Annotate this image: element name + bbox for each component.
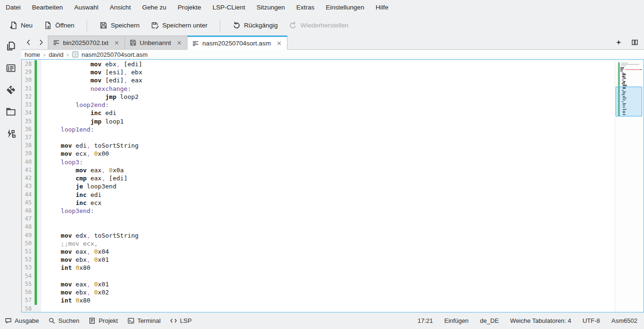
- sidebar-item-symbol-list[interactable]: [5, 62, 17, 74]
- code-line-36: 36 loop1end:: [22, 125, 614, 133]
- sidebar-item-git[interactable]: [5, 84, 17, 96]
- menu-item-gehe-zu[interactable]: Gehe zu: [136, 0, 172, 15]
- lsp-tree-icon: [6, 128, 16, 139]
- line-number: 40: [22, 158, 32, 166]
- editor[interactable]: 28 mov ebx, [edi]29 mov [esi], ebx30 mov…: [21, 59, 644, 312]
- breadcrumb-item-home[interactable]: home: [24, 51, 41, 58]
- line-number: 54: [22, 272, 32, 280]
- tab-scroll-right-button[interactable]: [35, 36, 47, 49]
- status-einf-gen[interactable]: Einfügen: [444, 317, 468, 324]
- line-number: 35: [22, 117, 32, 125]
- code-line-29: 29 mov [esi], ebx: [22, 68, 614, 76]
- folding-area: [37, 125, 41, 133]
- tab-bin20250702-txt[interactable]: bin20250702.txt: [48, 36, 125, 49]
- tab-unbenannt[interactable]: Unbenannt: [125, 36, 188, 49]
- line-number: 36: [22, 125, 32, 133]
- status-panel-lsp[interactable]: LSP: [170, 317, 192, 324]
- sidebar-item-lsp-symbols[interactable]: [5, 128, 17, 139]
- line-number: 47: [22, 215, 32, 223]
- menu-item-einstellungen[interactable]: Einstellungen: [320, 0, 370, 15]
- code-area[interactable]: 28 mov ebx, [edi]29 mov [esi], ebx30 mov…: [22, 60, 614, 312]
- kate-window: DateiBearbeitenAuswahlAnsichtGehe zuProj…: [0, 0, 644, 329]
- code-line-58: 58: [22, 305, 614, 312]
- code-line-51: 51 mov eax, 0x04: [22, 248, 614, 256]
- folding-area: [37, 60, 41, 68]
- menu-item-lsp-client[interactable]: LSP-CLient: [207, 0, 251, 15]
- tab-scroll-left-button[interactable]: [22, 36, 35, 49]
- folding-area: [37, 305, 41, 312]
- code-line-54: 54: [22, 272, 614, 280]
- folding-area: [37, 191, 41, 199]
- new-button[interactable]: Neu: [4, 18, 38, 32]
- document-open-icon: [44, 21, 52, 29]
- status-panels: AusgabeSuchenProjektTerminalLSP: [5, 317, 192, 324]
- code-line-44: 44 inc edi: [22, 191, 614, 199]
- split-icon: [631, 39, 638, 46]
- close-icon: [114, 40, 120, 46]
- folding-area: [37, 296, 41, 304]
- pin-tab-button[interactable]: [613, 37, 624, 48]
- status-panel-suchen[interactable]: Suchen: [48, 317, 79, 324]
- minimap-viewport[interactable]: [616, 87, 642, 116]
- menu-item-ansicht[interactable]: Ansicht: [104, 0, 136, 15]
- chevron-left-icon: [25, 39, 32, 46]
- folding-area: [37, 207, 41, 215]
- status-17-21[interactable]: 17:21: [418, 317, 433, 324]
- status-utf-8[interactable]: UTF-8: [582, 317, 600, 324]
- status-panel-terminal[interactable]: Terminal: [127, 317, 161, 324]
- folding-area: [37, 133, 41, 142]
- menu-item-sitzungen[interactable]: Sitzungen: [251, 0, 291, 15]
- menu-item-extras[interactable]: Extras: [291, 0, 320, 15]
- menu-item-hilfe[interactable]: Hilfe: [370, 0, 394, 15]
- folding-area: [37, 215, 41, 223]
- list-icon: [6, 63, 16, 73]
- save-as-button[interactable]: Speichern unter: [145, 18, 213, 32]
- sidebar-item-documents[interactable]: [5, 41, 17, 52]
- menu-item-auswahl[interactable]: Auswahl: [69, 0, 104, 15]
- tab-close-button[interactable]: [114, 40, 120, 46]
- sidebar-item-filesystem[interactable]: [5, 106, 17, 117]
- status-de-de[interactable]: de_DE: [480, 317, 499, 324]
- tab-close-button[interactable]: [176, 40, 182, 46]
- folding-area: [37, 256, 41, 264]
- line-number: 49: [22, 231, 32, 240]
- status-info: 17:21Einfügende_DEWeiche Tabulatoren: 4U…: [418, 317, 639, 324]
- undo-button[interactable]: Rückgängig: [227, 18, 283, 32]
- folding-area: [37, 248, 41, 256]
- file-unknown-icon: ?: [72, 51, 79, 58]
- line-number: 44: [22, 191, 32, 199]
- status-bar: AusgabeSuchenProjektTerminalLSP 17:21Ein…: [0, 312, 644, 329]
- open-button[interactable]: Öffnen: [38, 18, 80, 32]
- menu-item-bearbeiten[interactable]: Bearbeiten: [27, 0, 69, 15]
- split-view-button[interactable]: [629, 37, 640, 48]
- redo-button[interactable]: Wiederherstellen: [283, 18, 354, 32]
- menu-item-datei[interactable]: Datei: [0, 0, 27, 15]
- code-line-34: 34 inc edi: [22, 109, 614, 117]
- minimap[interactable]: [615, 60, 644, 312]
- folding-area: [37, 76, 41, 84]
- line-number: 30: [22, 76, 32, 84]
- status-panel-projekt[interactable]: Projekt: [89, 317, 117, 324]
- folding-area: [37, 68, 41, 76]
- code-line-50: 50 ;;mov ecx,: [22, 240, 614, 248]
- code-line-53: 53 int 0x80: [22, 264, 614, 272]
- tabs: bin20250702.txtUnbenanntnasm20250704sort…: [48, 36, 287, 49]
- tab-close-button[interactable]: [276, 40, 282, 46]
- status-weiche-tabulatoren-4[interactable]: Weiche Tabulatoren: 4: [510, 317, 571, 324]
- folding-area: [37, 166, 41, 174]
- line-number: 29: [22, 68, 32, 76]
- floppy-icon: [130, 39, 136, 46]
- folding-area: [37, 231, 41, 240]
- line-number: 58: [22, 305, 32, 312]
- save-button[interactable]: Speichern: [94, 18, 145, 32]
- folding-area: [37, 150, 41, 158]
- breadcrumb-separator: ›: [41, 51, 48, 58]
- breadcrumb-item-david[interactable]: david: [48, 51, 64, 58]
- tab-nasm20250704sort-asm[interactable]: nasm20250704sort.asm: [188, 36, 287, 50]
- menu-item-projekte[interactable]: Projekte: [172, 0, 207, 15]
- document-new-icon: [9, 21, 18, 29]
- breadcrumb-separator: ›: [64, 51, 71, 58]
- status-panel-ausgabe[interactable]: Ausgabe: [5, 317, 39, 324]
- status-asm6502[interactable]: Asm6502: [611, 317, 637, 324]
- code-line-49: 49 mov edx, toSortString: [22, 231, 614, 240]
